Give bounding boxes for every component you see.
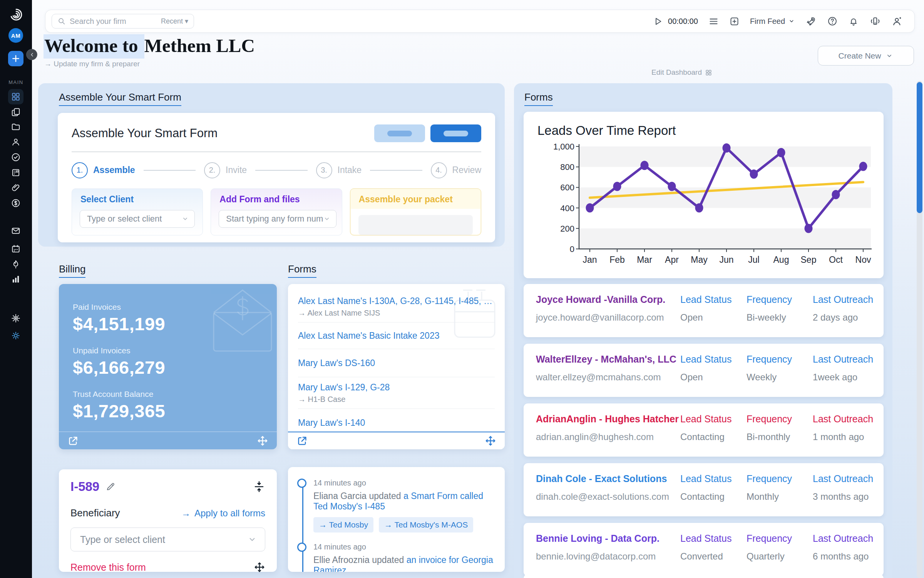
search-box[interactable]: Recent ▾	[52, 14, 194, 29]
lead-outreach-header: Last Outreach	[813, 413, 879, 425]
open-forms-external-link-icon[interactable]	[296, 435, 308, 447]
app-logo-icon[interactable]	[9, 8, 23, 22]
billing-stat-label: Trust Account Balance	[73, 390, 277, 399]
lead-name[interactable]: Joyce Howard -Vanilla Corp.	[536, 294, 680, 305]
sidebar-item-smart-forms[interactable]	[8, 165, 23, 180]
edit-dashboard-button[interactable]: Edit Dashboard	[651, 68, 712, 77]
sidebar-item-billing[interactable]	[8, 195, 23, 211]
smart-form-card: Assemble Your Smart Form 1.Assemble 2.In…	[58, 113, 495, 242]
update-firm-link[interactable]: → Update my firm & preparer	[44, 60, 140, 68]
add-entry-icon[interactable]	[729, 16, 740, 27]
rocket-icon[interactable]	[805, 16, 817, 27]
collapse-form-icon[interactable]	[253, 481, 265, 493]
open-billing-external-link-icon[interactable]	[67, 435, 79, 447]
lead-name[interactable]: Dinah Cole - Exact Solutions	[536, 473, 680, 484]
move-widget-icon[interactable]	[485, 435, 496, 447]
form-list-item[interactable]: Alex Last Name's Basic Intake 2023	[298, 323, 495, 349]
chevron-down-icon	[323, 215, 331, 223]
search-input[interactable]	[70, 17, 161, 26]
notifications-bell-icon[interactable]	[848, 16, 859, 27]
smart-form-icon	[11, 168, 21, 178]
scrollbar-thumb[interactable]	[917, 82, 922, 213]
edit-pencil-icon[interactable]	[105, 482, 116, 492]
related-record-chip[interactable]: → Ted Mosby's M-AOS	[379, 517, 473, 533]
move-widget-icon[interactable]	[257, 435, 268, 447]
svg-text:0: 0	[570, 244, 574, 254]
sidebar-item-contacts[interactable]	[8, 134, 23, 150]
sidebar: AM MAIN	[0, 0, 32, 578]
email-envelope-icon	[11, 226, 21, 236]
form-list-item[interactable]: Alex Last Name's I-130A, G-28, G-1145, I…	[298, 291, 495, 323]
scrollbar-track[interactable]	[917, 81, 922, 578]
lead-name[interactable]: AdrianAnglin - Hughes Hatcher	[536, 413, 680, 425]
lead-outreach-header: Last Outreach	[813, 473, 879, 484]
lead-frequency-header: Frequency	[747, 294, 813, 305]
step-intake[interactable]: 3.Intake	[316, 162, 370, 178]
avatar[interactable]: AM	[8, 28, 23, 43]
svg-text:Apr: Apr	[665, 255, 679, 265]
lead-frequency-value: Bi-monthly	[747, 432, 813, 442]
lead-frequency-value: Bi-weekly	[747, 312, 813, 323]
sidebar-item-pages[interactable]	[8, 104, 23, 120]
sidebar-collapse-button[interactable]	[26, 49, 37, 60]
account-person-icon[interactable]	[891, 15, 903, 27]
leads-line-chart: 02004006008001,000 JanFebMarAprMayJunJul…	[536, 141, 875, 272]
sidebar-item-tasks[interactable]	[8, 150, 23, 165]
phone-support-icon[interactable]	[869, 15, 881, 27]
lead-status-header: Lead Status	[680, 294, 747, 305]
lead-name[interactable]: Bennie Loving - Data Corp.	[536, 533, 680, 544]
sidebar-item-theme[interactable]	[8, 328, 23, 343]
dashboard-grid-icon	[11, 92, 21, 102]
sidebar-item-settings[interactable]	[8, 311, 23, 326]
firm-feed-dropdown[interactable]: Firm Feed	[750, 17, 795, 26]
reports-chart-icon	[11, 274, 21, 284]
lead-outreach-header: Last Outreach	[813, 354, 879, 365]
task-list-icon[interactable]	[708, 16, 719, 27]
sidebar-item-leads[interactable]	[8, 257, 23, 272]
timer-play-icon[interactable]	[653, 16, 663, 27]
billing-stat-value: $6,166,279	[73, 357, 277, 378]
lead-name[interactable]: WalterEllzey - McMahan's, LLC	[536, 354, 680, 365]
envelope-dollar-watermark	[206, 286, 277, 355]
quick-add-button[interactable]	[8, 51, 23, 66]
create-new-button[interactable]: Create New	[818, 46, 914, 66]
related-record-chip[interactable]: → Ted Mosby	[313, 517, 373, 533]
client-select[interactable]: Type or select client	[80, 210, 195, 228]
step-assemble[interactable]: 1.Assemble	[72, 162, 144, 178]
sidebar-item-calendar[interactable]	[8, 241, 23, 257]
help-icon[interactable]	[827, 16, 838, 27]
form-list-item[interactable]: Mary Law's DS-160	[298, 349, 495, 377]
apply-to-all-forms-link[interactable]: →Apply to all forms	[181, 508, 265, 519]
lead-outreach-header: Last Outreach	[813, 533, 879, 544]
svg-text:Sep: Sep	[801, 255, 817, 265]
sidebar-item-email[interactable]	[8, 223, 23, 239]
lead-card[interactable]: Dinah Cole - Exact Solutions dinah.cole@…	[524, 463, 884, 516]
remove-form-link[interactable]: Remove this form	[70, 562, 146, 573]
smart-form-primary-button[interactable]	[430, 124, 481, 142]
step-review[interactable]: 4.Review	[431, 162, 481, 178]
beneficiary-select[interactable]: Type or select client	[70, 528, 265, 551]
form-list-item[interactable]: Mary Law's I-129, G-28 → H1-B Case	[298, 377, 495, 409]
step-invite[interactable]: 2.Invite	[204, 162, 255, 178]
lead-card[interactable]: Bennie Loving - Data Corp. bennie.loving…	[524, 523, 884, 576]
smart-form-section-title: Assemble Your Smart Form	[59, 91, 181, 106]
move-widget-icon[interactable]	[254, 561, 265, 573]
svg-text:Mar: Mar	[637, 255, 652, 265]
billing-section-title: Billing	[59, 263, 85, 278]
sidebar-item-matters[interactable]	[8, 119, 23, 134]
sidebar-item-reports[interactable]	[8, 271, 23, 287]
copy-pages-icon	[11, 107, 21, 117]
smart-form-secondary-button[interactable]	[374, 124, 425, 142]
lead-card[interactable]: WalterEllzey - McMahan's, LLC walter.ell…	[524, 344, 884, 397]
i589-form-card: I-589 Beneficiary →Apply to all forms Ty…	[59, 469, 277, 572]
lead-status-header: Lead Status	[680, 354, 747, 365]
lead-card[interactable]: Joyce Howard -Vanilla Corp. joyce.howard…	[524, 284, 884, 337]
lead-outreach-value: 2 days ago	[813, 312, 879, 323]
svg-text:400: 400	[560, 203, 574, 213]
form-number-select[interactable]: Start typing any form number	[219, 210, 336, 228]
search-recent-filter[interactable]: Recent ▾	[161, 17, 188, 25]
sidebar-item-documents[interactable]	[8, 180, 23, 195]
forms-widget-card: Alex Last Name's I-130A, G-28, G-1145, I…	[288, 284, 505, 449]
sidebar-item-dashboard[interactable]	[8, 89, 23, 104]
lead-card[interactable]: AdrianAnglin - Hughes Hatcher adrian.ang…	[524, 403, 884, 457]
